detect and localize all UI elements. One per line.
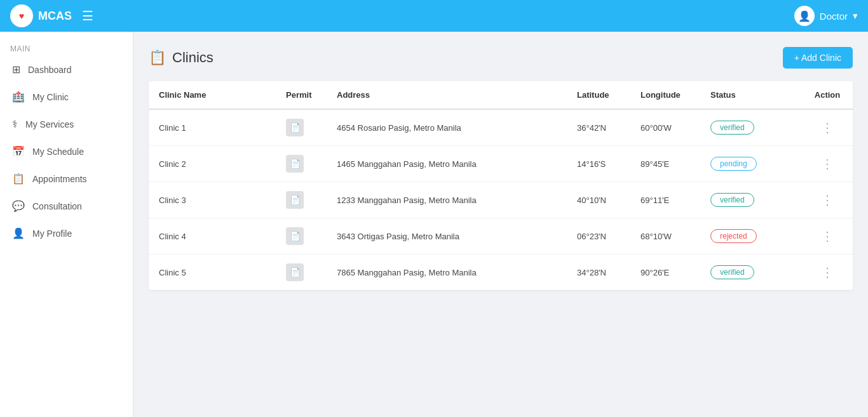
cell-status: verified [700, 182, 802, 218]
user-name: Doctor [820, 11, 848, 22]
cell-longitude: 89°45'E [630, 146, 700, 182]
layout: Main ⊞ Dashboard 🏥 My Clinic ⚕ My Servic… [0, 32, 868, 417]
cell-address: 1233 Manggahan Pasig, Metro Manila [327, 182, 567, 218]
cell-action: ⋮ [802, 255, 853, 291]
appointments-icon: 📋 [12, 173, 25, 185]
my-schedule-icon: 📅 [12, 145, 25, 157]
dropdown-icon: ▾ [853, 10, 858, 22]
cell-latitude: 40°10'N [567, 182, 630, 218]
table-row: Clinic 2 📄 1465 Manggahan Pasig, Metro M… [149, 146, 853, 182]
cell-status: verified [700, 109, 802, 146]
cell-status: rejected [700, 218, 802, 255]
my-services-icon: ⚕ [12, 118, 18, 130]
cell-action: ⋮ [802, 182, 853, 218]
cell-address: 7865 Manggahan Pasig, Metro Manila [327, 255, 567, 291]
cell-address: 3643 Ortigas Pasig, Metro Manila [327, 218, 567, 255]
status-badge: verified [710, 265, 754, 279]
action-menu-button[interactable]: ⋮ [821, 193, 834, 207]
clinics-title-icon: 📋 [149, 50, 166, 66]
hamburger-menu[interactable]: ☰ [82, 8, 93, 23]
cell-action: ⋮ [802, 146, 853, 182]
table-header: Clinic Name Permit Address Latitude Long… [149, 81, 853, 109]
page-header: 📋 Clinics + Add Clinic [149, 47, 853, 69]
cell-clinic-name: Clinic 2 [149, 146, 276, 182]
add-clinic-button[interactable]: + Add Clinic [783, 47, 853, 69]
table-row: Clinic 1 📄 4654 Rosario Pasig, Metro Man… [149, 109, 853, 146]
col-header-latitude: Latitude [567, 81, 630, 109]
action-menu-button[interactable]: ⋮ [821, 229, 834, 243]
cell-permit: 📄 [276, 146, 327, 182]
sidebar: Main ⊞ Dashboard 🏥 My Clinic ⚕ My Servic… [0, 32, 133, 417]
cell-latitude: 36°42'N [567, 109, 630, 146]
cell-permit: 📄 [276, 182, 327, 218]
status-badge: verified [710, 121, 754, 135]
sidebar-item-dashboard[interactable]: ⊞ Dashboard [0, 56, 133, 83]
cell-latitude: 14°16'S [567, 146, 630, 182]
cell-clinic-name: Clinic 1 [149, 109, 276, 146]
page-title: Clinics [172, 50, 214, 66]
col-header-longitude: Longitude [630, 81, 700, 109]
cell-status: pending [700, 146, 802, 182]
my-clinic-icon: 🏥 [12, 91, 25, 103]
table-body: Clinic 1 📄 4654 Rosario Pasig, Metro Man… [149, 109, 853, 290]
permit-icon: 📄 [286, 191, 304, 209]
nav-left: ♥ MCAS ☰ [10, 4, 93, 27]
clinics-table: Clinic Name Permit Address Latitude Long… [149, 81, 853, 290]
permit-icon: 📄 [286, 119, 304, 136]
cell-latitude: 34°28'N [567, 255, 630, 291]
permit-icon: 📄 [286, 263, 304, 281]
sidebar-item-my-services[interactable]: ⚕ My Services [0, 110, 133, 138]
sidebar-item-appointments[interactable]: 📋 Appointments [0, 165, 133, 192]
sidebar-item-consultation[interactable]: 💬 Consultation [0, 192, 133, 220]
col-header-name: Clinic Name [149, 81, 276, 109]
sidebar-section-label: Main [0, 38, 133, 56]
action-menu-button[interactable]: ⋮ [821, 157, 834, 171]
app-logo: ♥ MCAS [10, 4, 72, 27]
cell-status: verified [700, 255, 802, 291]
cell-address: 4654 Rosario Pasig, Metro Manila [327, 109, 567, 146]
col-header-address: Address [327, 81, 567, 109]
sidebar-item-label: My Profile [32, 228, 72, 239]
cell-longitude: 69°11'E [630, 182, 700, 218]
table-row: Clinic 5 📄 7865 Manggahan Pasig, Metro M… [149, 255, 853, 291]
col-header-permit: Permit [276, 81, 327, 109]
cell-action: ⋮ [802, 109, 853, 146]
cell-longitude: 60°00'W [630, 109, 700, 146]
cell-permit: 📄 [276, 109, 327, 146]
sidebar-item-my-schedule[interactable]: 📅 My Schedule [0, 138, 133, 165]
top-nav: ♥ MCAS ☰ 👤 Doctor ▾ [0, 0, 868, 32]
action-menu-button[interactable]: ⋮ [821, 265, 834, 279]
col-header-status: Status [700, 81, 802, 109]
app-name: MCAS [38, 10, 72, 23]
consultation-icon: 💬 [12, 200, 25, 212]
permit-icon: 📄 [286, 155, 304, 173]
action-menu-button[interactable]: ⋮ [821, 121, 834, 135]
cell-clinic-name: Clinic 5 [149, 255, 276, 291]
my-profile-icon: 👤 [12, 227, 25, 239]
cell-address: 1465 Manggahan Pasig, Metro Manila [327, 146, 567, 182]
clinics-table-container: Clinic Name Permit Address Latitude Long… [149, 81, 853, 290]
user-menu[interactable]: 👤 Doctor ▾ [794, 6, 858, 26]
sidebar-item-label: Consultation [32, 201, 82, 211]
page-title-row: 📋 Clinics [149, 50, 214, 66]
table-row: Clinic 4 📄 3643 Ortigas Pasig, Metro Man… [149, 218, 853, 255]
sidebar-item-label: Dashboard [28, 65, 72, 75]
status-badge: rejected [710, 229, 757, 243]
sidebar-item-label: My Clinic [32, 92, 69, 102]
cell-permit: 📄 [276, 255, 327, 291]
cell-clinic-name: Clinic 4 [149, 218, 276, 255]
sidebar-item-my-clinic[interactable]: 🏥 My Clinic [0, 83, 133, 110]
sidebar-item-label: My Services [25, 119, 74, 129]
cell-action: ⋮ [802, 218, 853, 255]
status-badge: pending [710, 157, 757, 171]
status-badge: verified [710, 193, 754, 207]
dashboard-icon: ⊞ [12, 63, 20, 76]
sidebar-item-my-profile[interactable]: 👤 My Profile [0, 220, 133, 247]
cell-latitude: 06°23'N [567, 218, 630, 255]
sidebar-item-label: Appointments [32, 174, 87, 184]
sidebar-item-label: My Schedule [32, 147, 84, 157]
avatar: 👤 [794, 6, 815, 26]
col-header-action: Action [802, 81, 853, 109]
logo-icon: ♥ [10, 4, 33, 27]
permit-icon: 📄 [286, 227, 304, 245]
